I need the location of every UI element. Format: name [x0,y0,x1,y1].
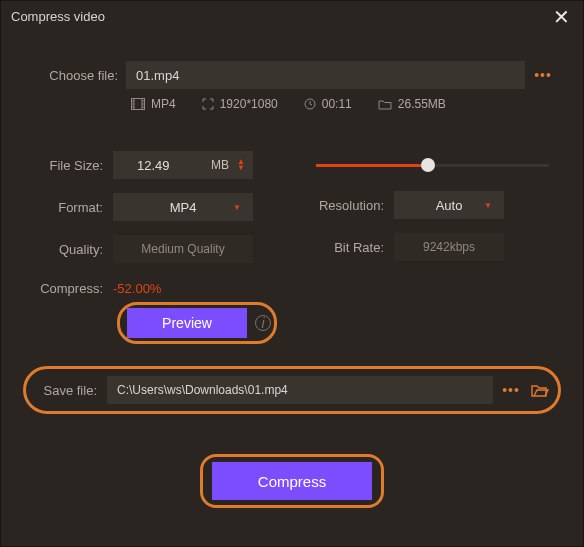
compress-video-dialog: Compress video ✕ Choose file: 01.mp4 •••… [0,0,584,547]
format-label: Format: [31,200,113,215]
format-dropdown[interactable]: MP4 ▼ [113,193,253,221]
open-folder-icon[interactable] [531,383,549,397]
meta-format: MP4 [131,97,176,111]
chevron-down-icon: ▼ [233,203,241,212]
slider-thumb[interactable] [421,158,435,172]
compress-pct-value: -52.00% [113,281,161,296]
film-icon [131,98,145,110]
size-slider[interactable] [312,151,553,179]
preview-button[interactable]: Preview [127,308,247,338]
clock-icon [304,98,316,110]
file-size-value: 12.49 [137,158,205,173]
window-title: Compress video [11,9,105,24]
choose-file-label: Choose file: [31,68,126,83]
choose-file-input[interactable]: 01.mp4 [126,61,525,89]
save-file-input[interactable]: C:\Users\ws\Downloads\01.mp4 [107,376,493,404]
folder-icon [378,99,392,110]
resolution-dropdown[interactable]: Auto ▼ [394,191,504,219]
file-size-unit: MB [211,158,229,172]
resolution-label: Resolution: [312,198,394,213]
close-icon[interactable]: ✕ [549,5,573,29]
compress-pct-label: Compress: [31,281,113,296]
browse-file-button[interactable]: ••• [533,67,553,83]
save-browse-button[interactable]: ••• [501,382,521,398]
file-metadata: MP4 1920*1080 00:11 26.55MB [131,97,553,111]
save-file-label: Save file: [35,383,107,398]
compress-button[interactable]: Compress [212,462,372,500]
expand-icon [202,98,214,110]
file-size-stepper[interactable]: 12.49 MB ▲ ▼ [113,151,253,179]
bitrate-value: 9242kbps [394,233,504,261]
meta-duration: 00:11 [304,97,352,111]
info-icon[interactable]: i [255,315,271,331]
bitrate-label: Bit Rate: [312,240,394,255]
meta-resolution: 1920*1080 [202,97,278,111]
stepper-down-icon[interactable]: ▼ [237,165,245,171]
quality-value: Medium Quality [113,235,253,263]
file-size-label: File Size: [31,158,113,173]
titlebar: Compress video ✕ [1,1,583,33]
meta-size: 26.55MB [378,97,446,111]
chevron-down-icon: ▼ [484,201,492,210]
quality-label: Quality: [31,242,113,257]
